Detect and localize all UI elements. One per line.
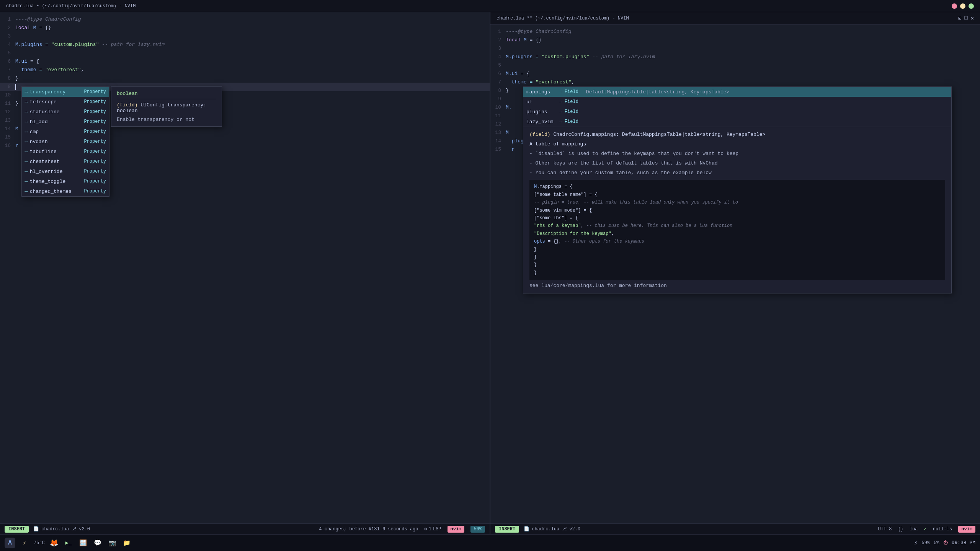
right-file-info: 📄 chadrc.lua ⎇ v2.0 (524, 526, 580, 532)
field-icon: ⟶ (25, 169, 28, 174)
file-info: 📄 chadrc.lua ⎇ v2.0 (33, 526, 90, 532)
lsp-item-name-ui: ui (526, 99, 557, 105)
encoding-label: UTF-8 (878, 527, 892, 532)
taskbar-nvim-icon: ⚡ (914, 539, 918, 547)
autocomplete-item-kind: Property (84, 169, 106, 174)
right-control-3[interactable]: ✕ (971, 15, 974, 21)
lsp-item-name-lazy_nvim: lazy_nvim (526, 119, 557, 125)
taskbar-edge-icon[interactable]: 🪟 (78, 538, 88, 548)
right-filename: chadrc.lua (532, 527, 559, 532)
right-control-2[interactable]: □ (964, 15, 967, 21)
taskbar-discord-icon[interactable]: 💬 (92, 538, 103, 548)
r-code-line-5: 5 (490, 61, 980, 70)
autocomplete-item-theme_toggle[interactable]: ⟶ theme_toggle Property (22, 176, 109, 186)
camera-icon: 📷 (108, 539, 116, 547)
autocomplete-item-changed_themes[interactable]: ⟶ changed_themes Property (22, 186, 109, 196)
left-status-bar: INSERT 📄 chadrc.lua ⎇ v2.0 4 changes; be… (0, 523, 490, 534)
minimize-button[interactable] (960, 3, 965, 9)
taskbar-camera-icon[interactable]: 📷 (107, 538, 118, 548)
taskbar-files-icon[interactable]: 📁 (121, 538, 132, 548)
autocomplete-item-label: nvdash (30, 139, 82, 145)
left-window-title: chadrc.lua • (~/.config/nvim/lua/custom)… (6, 3, 136, 9)
autocomplete-item-label: changed_themes (30, 189, 82, 194)
lsp-doc-body: - `disabled` is used to define the keyma… (529, 150, 945, 177)
tooltip-signature: (field) UIConfig.transparency: boolean (117, 102, 216, 114)
right-control-1[interactable]: ⊡ (958, 15, 961, 21)
maximize-button[interactable] (969, 3, 974, 9)
lsp-item-lazy_nvim[interactable]: lazy_nvim ⟶ Field (523, 117, 951, 127)
insert-mode-badge: INSERT (5, 526, 29, 533)
taskbar-app-icon[interactable]: A (5, 538, 15, 548)
field-icon: ⟶ (25, 109, 28, 114)
lsp-item-kind-mappings: Field (565, 89, 584, 95)
close-button[interactable] (952, 3, 957, 9)
autocomplete-item-kind: Property (84, 179, 106, 184)
autocomplete-item-kind: Property (84, 109, 106, 114)
files-icon: 📁 (123, 539, 131, 547)
autocomplete-item-kind: Property (84, 99, 106, 104)
edge-icon: 🪟 (79, 539, 87, 547)
filetype-icon: {} (898, 527, 903, 532)
lsp-item-name-plugins: plugins (526, 109, 557, 115)
power-icon: ⏻ (943, 540, 948, 546)
lsp-doc-title: A table of mappings (529, 141, 945, 147)
code-block-line: } (534, 269, 941, 277)
code-block-line: } (534, 261, 941, 269)
lsp-arrow-icon: ⟶ (559, 99, 562, 105)
taskbar-terminal-icon[interactable]: ▶_ (63, 538, 74, 548)
autocomplete-popup[interactable]: ⟶ transparency Property ⟶ telescope Prop… (21, 86, 109, 197)
autocomplete-item-transparency[interactable]: ⟶ transparency Property (22, 87, 109, 97)
tooltip-type: boolean (117, 91, 216, 99)
r-code-line-3: 3 (490, 44, 980, 53)
r-code-line-6: 6 M.ui = { (490, 70, 980, 78)
field-icon: ⟶ (25, 90, 28, 95)
right-editor-content[interactable]: 1 ----@type ChadrcConfig 2 local M = {} … (490, 24, 980, 523)
left-editor-content[interactable]: 1 ----@type ChadrcConfig 2 local M = {} … (0, 12, 490, 523)
autocomplete-item-label: theme_toggle (30, 179, 82, 184)
right-editor-pane: chadrc.lua ** (~/.config/nvim/lua/custom… (490, 12, 980, 534)
lsp-item-ui[interactable]: ui ⟶ Field (523, 97, 951, 107)
autocomplete-item-cheatsheet[interactable]: ⟶ cheatsheet Property (22, 156, 109, 166)
lsp-doc-sig-bracket: (field) (529, 132, 550, 137)
lsp-item-mappings[interactable]: mappings ⟶ Field DefaultMappingsTable|ta… (523, 87, 951, 97)
lsp-item-plugins[interactable]: plugins ⟶ Field (523, 107, 951, 117)
autocomplete-item-telescope[interactable]: ⟶ telescope Property (22, 97, 109, 107)
taskbar: A ⚡ 75°C 🦊 ▶_ 🪟 💬 📷 📁 ⚡ 59% 5% ⏻ 09:38 P… (0, 534, 980, 551)
lsp-arrow-icon: ⟶ (559, 89, 562, 95)
right-win-controls[interactable]: ⊡ □ ✕ (958, 15, 974, 21)
code-block-line: ["some table name"] = { (534, 191, 941, 199)
autocomplete-item-label: cmp (30, 129, 82, 135)
field-icon: ⟶ (25, 179, 28, 184)
autocomplete-item-statusline[interactable]: ⟶ statusline Property (22, 107, 109, 117)
autocomplete-item-hl_add[interactable]: ⟶ hl_add Property (22, 117, 109, 127)
lsp-item-kind-plugins: Field (565, 109, 584, 114)
code-line-6: 6 M.ui = { (0, 57, 490, 66)
right-nvim-badge: nvim (958, 526, 975, 533)
autocomplete-item-tabufline[interactable]: ⟶ tabufline Property (22, 147, 109, 156)
code-block-line: "rhs of a keymap", -- this must be here.… (534, 222, 941, 230)
code-line-1: 1 ----@type ChadrcConfig (0, 15, 490, 24)
window-controls[interactable] (952, 3, 974, 9)
autocomplete-item-label: statusline (30, 109, 82, 115)
right-file-icon: 📄 (524, 526, 529, 532)
autocomplete-item-hl_override[interactable]: ⟶ hl_override Property (22, 166, 109, 176)
lsp-item-name-mappings: mappings (526, 89, 557, 95)
autocomplete-item-kind: Property (84, 139, 106, 144)
code-line-2: 2 local M = {} (0, 24, 490, 32)
taskbar-firefox-icon[interactable]: 🦊 (49, 538, 59, 548)
r-code-line-1: 1 ----@type ChadrcConfig (490, 28, 980, 36)
autocomplete-item-kind: Property (84, 189, 106, 194)
code-block-line: "Description for the keymap", (534, 230, 941, 238)
git-icon: ⎇ (71, 526, 77, 532)
field-icon: ⟶ (25, 189, 28, 194)
lsp-item-kind-ui: Field (565, 99, 584, 104)
autocomplete-item-cmp[interactable]: ⟶ cmp Property (22, 127, 109, 137)
taskbar-temp-icon[interactable]: ⚡ (19, 538, 30, 548)
field-icon: ⟶ (25, 129, 28, 134)
filename: chadrc.lua (41, 527, 69, 532)
null-ls-label: null-ls (933, 527, 952, 532)
autocomplete-item-nvdash[interactable]: ⟶ nvdash Property (22, 137, 109, 147)
code-line-7: 7 theme = "everforest", (0, 66, 490, 74)
right-window-title: chadrc.lua ** (~/.config/nvim/lua/custom… (497, 16, 629, 21)
lsp-popup[interactable]: mappings ⟶ Field DefaultMappingsTable|ta… (523, 86, 952, 293)
